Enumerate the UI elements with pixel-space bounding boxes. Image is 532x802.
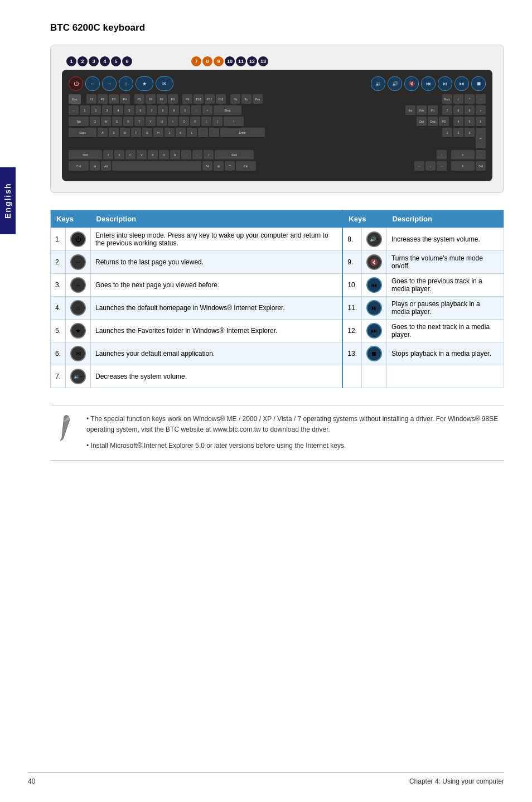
keyboard-body: ⏻ ← → ⌂ ★ ✉ 🔉 🔊 🔇 ⏮ ⏯ ⏭ ⏹ Esc F1 F2 [62,70,492,181]
keyboard-number-labels: 1 2 3 4 5 6 7 8 9 10 11 12 13 [62,56,492,66]
p-key: P [190,117,200,127]
f8-key: F8 [168,94,178,104]
kp-5: 5 [465,117,475,127]
right-icon [361,365,386,388]
fav-key: ★ [136,76,153,91]
right-num: 9. [342,251,361,274]
key-0: 0 [180,105,190,115]
key-7: 7 [147,105,157,115]
next-track-key: ⏭ [454,76,469,91]
mail-key: ✉ [156,76,173,91]
right-desc: Turns the volume's mute mode on/off. [386,251,504,274]
left-icon: ✉ [66,342,91,365]
c-key: C [125,150,136,160]
t-key: T [134,117,144,127]
right-desc: Goes to the previous track in a media pl… [386,274,504,297]
pgdn-key: PD [439,117,449,127]
right-desc: Goes to the next track in a media player… [386,320,504,342]
left-desc: Launches your default email application. [91,342,343,365]
lctrl-key: Ctrl [69,161,89,171]
kp-star: * [465,94,475,104]
f7-key: F7 [157,94,167,104]
note-text-2: Install Microsoft® Internet Explorer 5.0… [91,442,346,450]
table-row: 2. ← Returns to the last page you viewed… [51,251,504,274]
key-4: 4 [113,105,123,115]
media-keys-row: ⏻ ← → ⌂ ★ ✉ 🔉 🔊 🔇 ⏮ ⏯ ⏭ ⏹ [69,76,486,91]
period-key: . [192,150,202,160]
left-icon: 🔉− [66,365,91,388]
z-key: Z [103,150,113,160]
key-3: 3 [102,105,112,115]
ctrl-row: Ctrl ⊞ Alt Alt ⊞ ☰ Ctrl ← ↓ → 0 Del [69,161,486,171]
side-tab-label: English [3,183,12,219]
chapter-label: Chapter 4: Using your computer [409,777,504,785]
side-tab: English [0,167,16,234]
w-key: W [101,117,111,127]
vol-down-key: 🔉 [371,76,385,91]
num-label-4: 4 [100,56,110,66]
keyboard-illustration: 1 2 3 4 5 6 7 8 9 10 11 12 13 ⏻ [50,45,504,193]
tab-row: Tab Q W E R T Y U I O P [ ] \ Del End PD… [69,117,486,127]
lbracket-key: [ [201,117,211,127]
j-key: J [165,128,175,138]
num-label-9: 9 [214,56,224,66]
left-icon: → [66,274,91,297]
prtsc-key: Prt [230,94,240,104]
kp-6: 6 [476,117,486,127]
ins-key: Ins [405,105,415,115]
num-label-13: 13 [258,56,268,66]
tab-key: Tab [69,117,89,127]
key-8: 8 [158,105,168,115]
pause-key: Pse [253,94,263,104]
right-icon: ⏹ [361,342,386,365]
r-key: R [123,117,133,127]
left-desc: Decreases the system volume. [91,365,343,388]
minus-key: - [191,105,201,115]
v-key: V [137,150,147,160]
rctrl-key: Ctrl [236,161,256,171]
kp-2: 2 [453,128,463,138]
kp-4: 4 [453,117,463,127]
note-text-1: The special function keys work on Window… [86,415,498,433]
page-number: 40 [28,777,35,785]
right-icon: 🔊+ [361,228,386,251]
table-row: 6. ✉ Launches your default email applica… [51,342,504,365]
backslash-key: \ [224,117,244,127]
th-keys-right: Keys [342,210,386,228]
table-row: 1. ⏻ Enters into sleep mode. Press any k… [51,228,504,251]
left-desc: Goes to the next page you viewed before. [91,274,343,297]
table-row: 5. ★ Launches the Favorites folder in Wi… [51,320,504,342]
kp-8: 8 [453,105,463,115]
semicolon-key: ; [198,128,208,138]
mute-key: 🔇 [404,76,419,91]
num-label-7: 7 [191,56,201,66]
caps-row: Caps A S D F G H J K L ; ' Enter 1 2 3 ↵ [69,128,486,149]
fkey-row: Esc F1 F2 F3 F4 F5 F6 F7 F8 F9 F10 F11 F… [69,94,486,104]
key-6: 6 [136,105,146,115]
m-key: M [170,150,180,160]
lshift-key: Shift [69,150,102,160]
num-label-11: 11 [236,56,246,66]
left-desc: Returns to the last page you viewed. [91,251,343,274]
f4-key: F4 [120,94,130,104]
l-key: L [187,128,197,138]
num-label-2: 2 [78,56,88,66]
space-key [112,161,201,171]
home-key: ⌂ [119,76,133,91]
rshift-key: Shift [215,150,254,160]
backspace-key: Bksp [214,105,241,115]
up-arrow: ↑ [437,150,447,160]
ralt-key: Alt [202,161,212,171]
shift-row: Shift Z X C V B N M , . / Shift ↑ 0 . [69,150,486,160]
lwin-key: ⊞ [90,161,100,171]
equals-key: = [202,105,212,115]
h-key: H [153,128,163,138]
menu-key: ☰ [225,161,235,171]
n-key: N [159,150,169,160]
end-key: End [428,117,438,127]
num-label-6: 6 [122,56,132,66]
f6-key: F6 [146,94,156,104]
e-key: E [112,117,122,127]
kp-plus: + [476,105,486,115]
right-arrow: → [437,161,447,171]
